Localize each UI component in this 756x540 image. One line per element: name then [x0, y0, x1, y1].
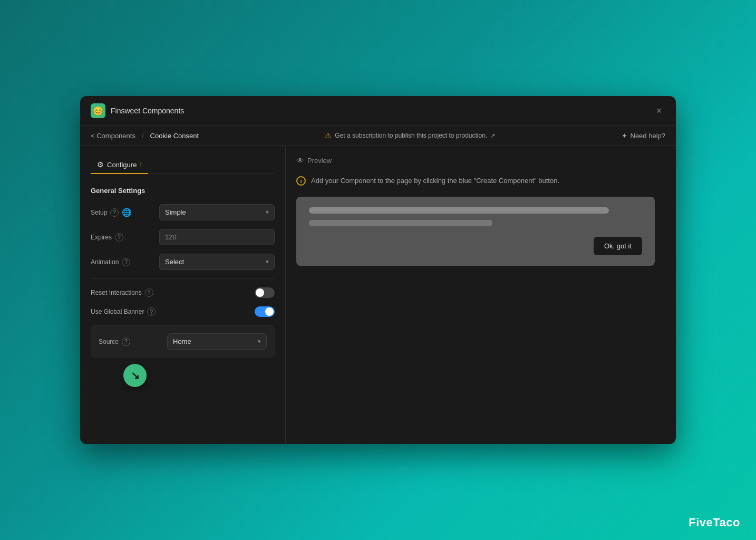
use-global-banner-toggle[interactable] [255, 306, 275, 317]
setup-dropdown[interactable]: Simple ▾ [159, 204, 275, 220]
nav-left: < Components / Cookie Consent [91, 132, 199, 140]
expires-help-icon[interactable]: ? [115, 233, 123, 242]
title-bar: 😊 Finsweet Components × [80, 96, 676, 126]
nav-center: ⚠ Get a subscription to publish this pro… [199, 131, 621, 140]
panel-tabs: ⚙ Configure ! [91, 156, 275, 174]
animation-select[interactable]: Select ▾ [159, 254, 275, 270]
animation-help-icon[interactable]: ? [122, 258, 130, 266]
gear-icon: ⚙ [97, 160, 104, 169]
source-select[interactable]: Home ▾ [167, 333, 267, 350]
toggle-thumb [256, 288, 264, 297]
help-icon: ✦ [622, 132, 627, 140]
info-icon: i [296, 176, 306, 186]
use-global-banner-label: Use Global Banner ? [91, 307, 255, 316]
info-text: Add your Component to the page by clicki… [311, 176, 559, 186]
configure-warning-icon: ! [140, 161, 142, 169]
use-global-banner-row: Use Global Banner ? [91, 306, 275, 317]
subscription-notice[interactable]: ⚠ Get a subscription to publish this pro… [325, 131, 495, 140]
preview-tab-label: Preview [307, 157, 332, 165]
app-logo: 😊 [91, 103, 105, 118]
setup-help-icon[interactable]: ? [110, 208, 119, 217]
divider-1 [91, 278, 275, 279]
setup-label: Setup ? 🌐 [91, 208, 159, 217]
watermark: FiveTaco [689, 516, 740, 529]
floating-arrow-button[interactable]: ↘ [123, 364, 147, 387]
configure-tab-label: Configure [107, 161, 137, 169]
section-title-general: General Settings [91, 187, 275, 195]
right-panel: 👁 Preview i Add your Component to the pa… [286, 146, 676, 444]
info-message: i Add your Component to the page by clic… [296, 176, 665, 186]
consent-text-line2 [309, 220, 492, 226]
app-title: Finsweet Components [111, 107, 653, 115]
help-link[interactable]: ✦ Need help? [622, 132, 666, 140]
external-link-icon: ↗ [490, 132, 495, 139]
close-button[interactable]: × [653, 104, 665, 117]
expires-input[interactable] [159, 229, 275, 245]
setup-select[interactable]: Simple ▾ [159, 204, 275, 220]
modal-window: 😊 Finsweet Components × < Components / C… [80, 96, 676, 444]
content-area: ⚙ Configure ! General Settings Setup ? 🌐… [80, 146, 676, 444]
nav-current-page: Cookie Consent [150, 132, 199, 140]
source-box: Source ? Home ▾ [91, 325, 275, 358]
consent-preview-box: Ok, got it [296, 197, 655, 266]
setup-value: Simple [165, 208, 186, 216]
nav-bar: < Components / Cookie Consent ⚠ Get a su… [80, 126, 676, 146]
source-value: Home [173, 338, 191, 345]
reset-interactions-label: Reset Interactions ? [91, 288, 255, 297]
warning-icon: ⚠ [325, 131, 332, 140]
globe-icon[interactable]: 🌐 [122, 208, 132, 217]
reset-interactions-row: Reset Interactions ? [91, 287, 275, 298]
animation-value: Select [165, 258, 184, 266]
animation-chevron-down-icon: ▾ [266, 258, 269, 265]
help-label: Need help? [631, 132, 666, 140]
left-panel: ⚙ Configure ! General Settings Setup ? 🌐… [80, 146, 286, 444]
animation-dropdown[interactable]: Select ▾ [159, 254, 275, 270]
consent-text-line1 [309, 207, 609, 214]
back-link[interactable]: < Components [91, 132, 135, 140]
source-chevron-down-icon: ▾ [258, 338, 261, 345]
animation-field-row: Animation ? Select ▾ [91, 254, 275, 270]
reset-interactions-toggle[interactable] [255, 287, 275, 298]
subscription-text: Get a subscription to publish this proje… [335, 132, 487, 139]
setup-field-row: Setup ? 🌐 Simple ▾ [91, 204, 275, 220]
setup-chevron-down-icon: ▾ [266, 209, 269, 216]
source-label: Source ? [99, 338, 167, 346]
logo-emoji: 😊 [93, 106, 103, 116]
eye-icon: 👁 [296, 156, 304, 165]
tab-configure[interactable]: ⚙ Configure ! [91, 156, 148, 174]
source-row: Source ? Home ▾ [99, 333, 267, 350]
arrow-down-right-icon: ↘ [131, 369, 140, 382]
animation-label: Animation ? [91, 258, 159, 266]
source-help-icon[interactable]: ? [122, 338, 130, 346]
preview-tab: 👁 Preview [296, 156, 665, 165]
expires-label: Expires ? [91, 233, 159, 242]
reset-interactions-help-icon[interactable]: ? [145, 288, 153, 297]
toggle-thumb-2 [265, 307, 274, 316]
expires-input-wrapper [159, 229, 275, 245]
expires-field-row: Expires ? [91, 229, 275, 245]
use-global-banner-help-icon[interactable]: ? [147, 307, 156, 316]
source-dropdown[interactable]: Home ▾ [167, 333, 267, 350]
ok-got-it-button[interactable]: Ok, got it [594, 237, 642, 255]
